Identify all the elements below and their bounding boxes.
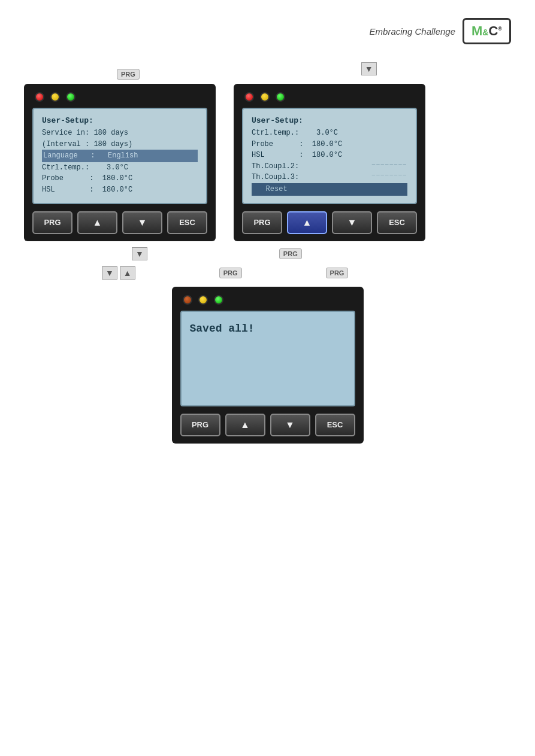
down-button-1[interactable]: ▼: [122, 211, 162, 234]
lcd-row-1-1: (Interval : 180 days): [42, 139, 198, 150]
led-mixed-3: [183, 295, 192, 305]
led-red-1: [35, 92, 44, 102]
down-button-2[interactable]: ▼: [332, 211, 372, 234]
lcd-title-1: User-Setup:: [42, 116, 198, 125]
led-green-1: [66, 92, 75, 102]
lcd-row-1-3: Ctrl.temp.: 3.0°C: [42, 162, 198, 174]
led-yellow-1: [50, 92, 60, 102]
esc-button-3[interactable]: ESC: [315, 414, 355, 436]
button-row-3: PRG ▲ ▼ ESC: [180, 414, 355, 436]
lcd-title-2: User-Setup:: [252, 116, 407, 125]
prg-label-mid2: PRG: [219, 268, 242, 278]
lcd-row-1-0: Service in: 180 days: [42, 127, 198, 139]
led-green-3: [214, 295, 223, 305]
lcd-highlighted-1: Language : English: [42, 150, 198, 162]
lcd-screen-1: User-Setup: Service in: 180 days (Interv…: [32, 108, 207, 204]
lcd-screen-2: User-Setup: Ctrl.temp.: 3.0°C Probe : 18…: [242, 108, 417, 204]
arrow-down-indicator-3: ▼: [102, 266, 117, 280]
esc-button-1[interactable]: ESC: [167, 211, 207, 234]
lcd-screen-3: Saved all!: [180, 311, 355, 406]
device-unit-3: Saved all! PRG ▲ ▼ ESC: [172, 287, 364, 444]
lcd-row-2-0: Ctrl.temp.: 3.0°C: [252, 127, 407, 139]
prg-button-2[interactable]: PRG: [242, 211, 282, 234]
lcd-highlighted-2: Reset: [252, 183, 407, 196]
bottom-section: Saved all! PRG ▲ ▼ ESC: [24, 287, 511, 444]
led-yellow-3: [198, 295, 208, 305]
lcd-row-2-3: Th.Coupl.2: ————————: [252, 161, 407, 172]
esc-button-2[interactable]: ESC: [377, 211, 417, 234]
device-3: Saved all! PRG ▲ ▼ ESC: [24, 287, 511, 444]
led-red-2: [244, 92, 254, 102]
arrow-down-indicator-1: ▼: [361, 62, 377, 75]
button-row-2: PRG ▲ ▼ ESC: [242, 211, 417, 234]
prg-button-3[interactable]: PRG: [180, 414, 220, 436]
tagline: Embracing Challenge: [370, 26, 455, 37]
led-row-2: [242, 92, 417, 102]
header: Embracing Challenge M&C®: [0, 0, 535, 56]
device-2: User-Setup: Ctrl.temp.: 3.0°C Probe : 18…: [234, 84, 425, 241]
led-green-2: [276, 92, 285, 102]
lcd-row-2-4: Th.Coupl.3: ————————: [252, 172, 407, 183]
lcd-row-1-2: Language : English: [42, 150, 198, 162]
device-unit-2: User-Setup: Ctrl.temp.: 3.0°C Probe : 18…: [234, 84, 425, 241]
lcd-row-1-4: Probe : 180.0°C: [42, 173, 198, 184]
device-row-top: User-Setup: Service in: 180 days (Interv…: [24, 84, 511, 241]
led-yellow-2: [260, 92, 270, 102]
device-1: User-Setup: Service in: 180 days (Interv…: [24, 84, 216, 241]
lcd-row-1-5: HSL : 180.0°C: [42, 184, 198, 196]
button-row-1: PRG ▲ ▼ ESC: [32, 211, 207, 234]
lcd-row-2-2: HSL : 180.0°C: [252, 150, 407, 161]
main-content: PRG ▼ User-Setup: Service in: 180 days (…: [0, 56, 535, 450]
logo: M&C®: [471, 23, 502, 39]
lcd-saved-all: Saved all!: [190, 323, 255, 335]
led-row-1: [32, 92, 207, 102]
led-row-3: [180, 295, 355, 305]
device-unit-1: User-Setup: Service in: 180 days (Interv…: [24, 84, 216, 241]
prg-label-mid3: PRG: [326, 268, 349, 278]
prg-label-mid: PRG: [279, 248, 302, 259]
up-button-2[interactable]: ▲: [287, 211, 327, 234]
prg-button-1[interactable]: PRG: [32, 211, 72, 234]
logo-box: M&C®: [463, 18, 511, 44]
arrow-down-indicator-2: ▼: [132, 247, 147, 260]
lcd-row-2-1: Probe : 180.0°C: [252, 139, 407, 150]
arrow-up-indicator-1: ▲: [120, 266, 135, 280]
up-button-1[interactable]: ▲: [77, 211, 117, 234]
lcd-row-2-5: Reset: [252, 183, 407, 196]
down-button-3[interactable]: ▼: [270, 414, 310, 436]
prg-label-top: PRG: [117, 69, 140, 80]
up-button-3[interactable]: ▲: [225, 414, 265, 436]
